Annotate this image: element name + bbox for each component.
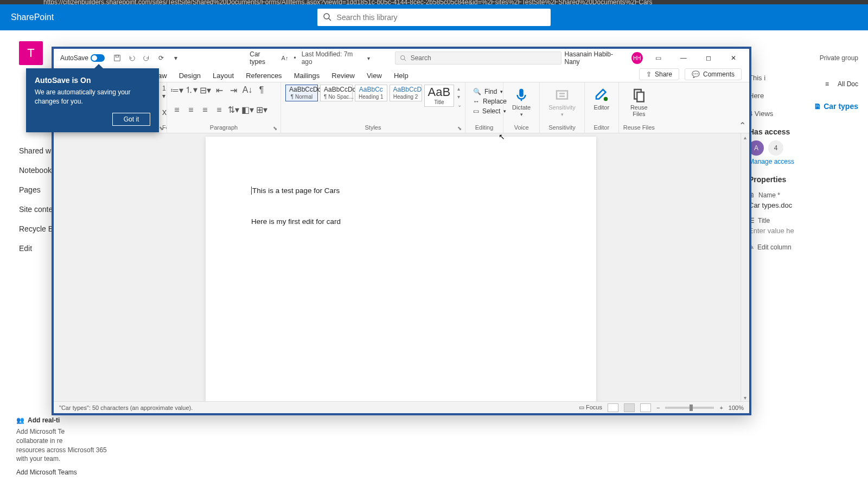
last-modified[interactable]: Last Modified: 7m ago — [302, 50, 362, 66]
shading-icon[interactable]: ◧▾ — [242, 105, 253, 115]
details-file-title: 🗎 Car types — [814, 102, 858, 111]
tab-layout[interactable]: Layout — [212, 69, 235, 82]
bullets-icon[interactable]: ≔▾ — [171, 85, 182, 95]
user-name[interactable]: Hasanain Habib-Nany — [565, 50, 625, 66]
borders-icon[interactable]: ⊞▾ — [256, 105, 267, 115]
line-spacing-icon[interactable]: ⇅▾ — [228, 105, 239, 115]
shared-count-badge[interactable]: 4 — [768, 140, 783, 156]
undo-button[interactable] — [126, 52, 137, 64]
microphone-icon — [513, 87, 529, 103]
zoom-slider[interactable] — [665, 407, 714, 409]
edit-column-link[interactable]: Edit column — [757, 243, 792, 251]
decrease-indent-icon[interactable]: ⇤ — [214, 85, 225, 95]
browser-address-bar: https://citizenbuilders.sharepoint.com/s… — [0, 0, 868, 4]
tab-references[interactable]: References — [245, 69, 283, 82]
word-window: AutoSave ⟳ ▾ Car types A↑ • Last Modifie… — [52, 47, 751, 415]
paragraph-launcher-icon[interactable]: ⬊ — [273, 125, 279, 132]
sharepoint-search[interactable] — [317, 9, 551, 26]
styles-up-icon[interactable]: ▴ — [457, 86, 462, 92]
font-launcher-icon[interactable]: ⬊ — [159, 125, 165, 132]
align-center-icon[interactable]: ≡ — [186, 105, 196, 115]
replace-button[interactable]: ↔Replace — [473, 98, 495, 105]
user-avatar[interactable]: HH — [631, 52, 643, 64]
teams-promo-desc: Add Microsoft Te collaborate in re resou… — [16, 427, 108, 464]
style-heading1[interactable]: AaBbCcHeading 1 — [355, 85, 387, 101]
view-switcher[interactable]: ≡All Doc — [825, 80, 858, 88]
site-tile[interactable]: T — [19, 41, 43, 65]
styles-more-icon[interactable]: ⌄ — [457, 102, 462, 108]
reuse-files-button[interactable]: Reuse Files — [623, 85, 655, 119]
scroll-down-icon[interactable]: ▾ — [741, 394, 749, 401]
share-button[interactable]: ⇪Share — [639, 68, 679, 80]
qat-more-button[interactable]: ▾ — [170, 52, 181, 64]
properties-title: Properties — [749, 175, 863, 184]
styles-down-icon[interactable]: ▾ — [457, 94, 462, 100]
minimize-button[interactable]: — — [674, 50, 693, 66]
increase-indent-icon[interactable]: ⇥ — [228, 85, 239, 95]
tab-help[interactable]: Help — [393, 69, 410, 82]
zoom-in-button[interactable]: + — [719, 404, 723, 411]
styles-launcher-icon[interactable]: ⬊ — [457, 125, 464, 132]
name-value[interactable]: Car types.doc — [749, 201, 863, 209]
add-teams-link[interactable]: Add Microsoft Teams — [16, 468, 108, 477]
save-button[interactable] — [111, 52, 123, 64]
svg-rect-2 — [114, 55, 120, 61]
manage-access-link[interactable]: Manage access — [749, 158, 863, 165]
document-area[interactable]: This is a test page for Cars Here is my … — [54, 133, 749, 401]
sensitivity-icon — [554, 87, 570, 103]
sort-icon[interactable]: A↓ — [242, 85, 253, 95]
editor-button[interactable]: Editor — [589, 85, 614, 113]
select-button[interactable]: ▭Select▾ — [473, 107, 495, 115]
sync-button[interactable]: ⟳ — [155, 52, 167, 64]
align-left-icon[interactable]: ≡ — [171, 105, 182, 115]
tab-mailings[interactable]: Mailings — [293, 69, 321, 82]
accessibility-icon[interactable]: A↑ — [282, 55, 289, 61]
document-page[interactable]: This is a test page for Cars Here is my … — [206, 137, 596, 401]
vertical-scrollbar[interactable]: ▴ ▾ — [741, 133, 749, 401]
style-title[interactable]: AaBTitle — [424, 85, 455, 107]
doc-line-1[interactable]: This is a test page for Cars — [252, 187, 340, 195]
sharepoint-search-input[interactable] — [317, 9, 551, 26]
doc-line-2[interactable]: Here is my first edit for card — [251, 217, 551, 226]
maximize-button[interactable]: ◻ — [699, 50, 718, 66]
tab-design[interactable]: Design — [178, 69, 202, 82]
numbering-icon[interactable]: ⒈▾ — [186, 85, 196, 95]
tab-view[interactable]: View — [366, 69, 383, 82]
style-heading2[interactable]: AaBbCcDHeading 2 — [390, 85, 422, 101]
web-layout-button[interactable] — [640, 403, 651, 412]
focus-mode-button[interactable]: ▭ Focus — [579, 404, 602, 411]
comments-button[interactable]: 💬Comments — [685, 68, 742, 80]
autosave-toggle[interactable]: AutoSave — [57, 54, 108, 62]
tab-review[interactable]: Review — [330, 69, 356, 82]
dictate-button[interactable]: Dictate▾ — [508, 85, 535, 119]
ribbon-mode-button[interactable]: ▭ — [649, 50, 668, 66]
paragraph-group: ≔▾ ⒈▾ ⊟▾ ⇤ ⇥ A↓ ¶ ≡ ≡ ≡ ≡ ⇅▾ ◧▾ ⊞▾ Parag… — [167, 82, 281, 133]
subscript-icon[interactable]: x₂ — [162, 107, 167, 118]
redo-button[interactable] — [141, 52, 152, 64]
zoom-out-button[interactable]: − — [656, 404, 660, 411]
collapse-ribbon-icon[interactable]: ⌃ — [739, 120, 746, 131]
editor-group: Editor Editor — [585, 82, 619, 133]
read-mode-button[interactable] — [608, 403, 618, 412]
word-search[interactable]: Search — [395, 52, 561, 65]
find-button[interactable]: 🔍Find▾ — [473, 88, 495, 95]
zoom-level[interactable]: 100% — [729, 404, 744, 411]
justify-icon[interactable]: ≡ — [214, 105, 225, 115]
print-layout-button[interactable] — [624, 403, 635, 412]
sensitivity-button[interactable]: Sensitivity▾ — [544, 85, 580, 119]
callout-got-it-button[interactable]: Got it — [112, 113, 150, 126]
document-name[interactable]: Car types — [250, 50, 276, 66]
style-normal[interactable]: AaBbCcDc¶ Normal — [285, 85, 318, 101]
toggle-on-icon[interactable] — [91, 54, 105, 62]
align-right-icon[interactable]: ≡ — [200, 105, 210, 115]
close-button[interactable]: ✕ — [724, 50, 743, 66]
show-marks-icon[interactable]: ¶ — [256, 85, 267, 95]
title-placeholder[interactable]: Enter value he — [749, 227, 863, 235]
share-count: 4 — [774, 144, 778, 152]
scroll-up-icon[interactable]: ▴ — [741, 133, 749, 141]
word-doc-icon: 🗎 — [814, 102, 821, 111]
sharepoint-brand[interactable]: SharePoint — [11, 12, 54, 22]
voice-group-label: Voice — [508, 124, 535, 132]
style-no-spacing[interactable]: AaBbCcDc¶ No Spac... — [320, 85, 353, 101]
multilevel-icon[interactable]: ⊟▾ — [200, 85, 210, 95]
